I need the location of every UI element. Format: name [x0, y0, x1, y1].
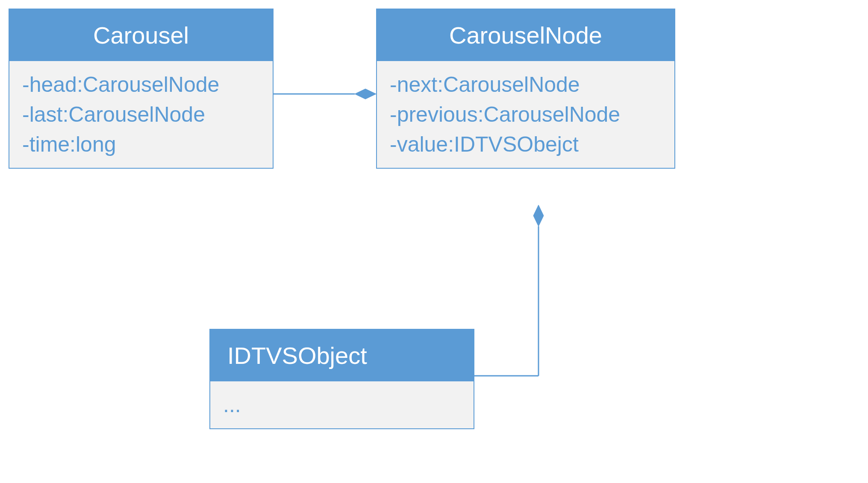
connector-carouselnode-to-idtvsobject: [474, 205, 560, 397]
class-carousel-body: -head:CarouselNode -last:CarouselNode -t…: [9, 61, 273, 168]
class-carouselnode-attr-1: -previous:CarouselNode: [390, 100, 662, 129]
class-carouselnode: CarouselNode -next:CarouselNode -previou…: [376, 9, 675, 169]
class-carousel-title: Carousel: [93, 22, 189, 49]
class-carousel-attr-0: -head:CarouselNode: [22, 70, 260, 100]
class-carouselnode-header: CarouselNode: [377, 9, 674, 61]
class-carousel-attr-2: -time:long: [22, 129, 260, 159]
svg-marker-2: [533, 205, 544, 226]
connector-carousel-to-carouselnode: [274, 81, 376, 107]
class-carousel: Carousel -head:CarouselNode -last:Carous…: [9, 9, 274, 169]
class-idtvsobject: IDTVSObject ...: [209, 329, 474, 429]
class-idtvsobject-header: IDTVSObject: [210, 330, 474, 381]
svg-marker-1: [355, 89, 376, 99]
class-carouselnode-attr-0: -next:CarouselNode: [390, 70, 662, 100]
class-carouselnode-title: CarouselNode: [449, 22, 602, 49]
class-carousel-header: Carousel: [9, 9, 273, 61]
class-idtvsobject-body: ...: [210, 381, 474, 428]
class-carouselnode-attr-2: -value:IDTVSObejct: [390, 129, 662, 159]
class-idtvsobject-title: IDTVSObject: [227, 342, 367, 369]
class-idtvsobject-attr-0: ...: [223, 390, 461, 420]
class-carouselnode-body: -next:CarouselNode -previous:CarouselNod…: [377, 61, 674, 168]
class-carousel-attr-1: -last:CarouselNode: [22, 100, 260, 129]
